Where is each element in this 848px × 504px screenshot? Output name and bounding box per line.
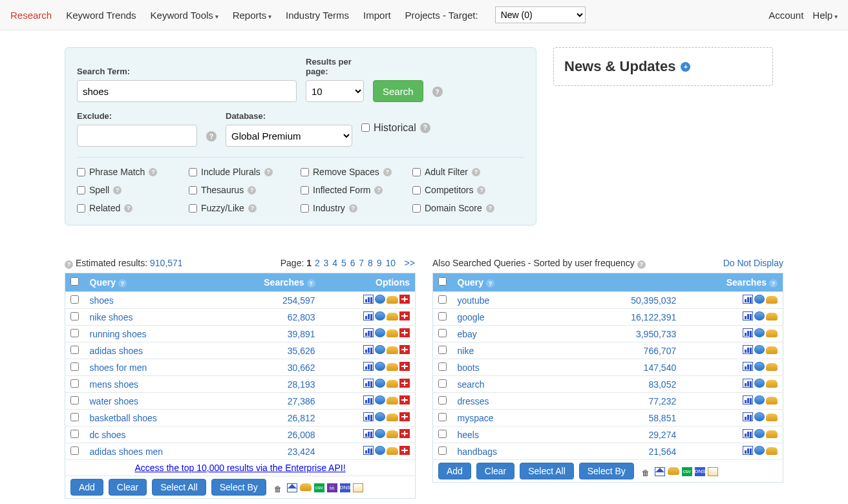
globe-icon[interactable] [754,328,765,337]
historical-help-icon[interactable]: ? [420,123,430,133]
nav-import[interactable]: Import [363,10,391,21]
help-icon[interactable]: ? [374,186,383,194]
select-by-button[interactable]: Select By [211,479,266,496]
exclude-help-icon[interactable]: ? [206,131,217,142]
add-button[interactable]: Add [438,463,471,479]
dns-icon[interactable] [340,483,350,492]
gold-icon[interactable] [766,447,778,455]
chk-thesaurus[interactable] [189,186,197,194]
nav-reports[interactable]: Reports [233,10,271,21]
exclude-input[interactable] [77,125,197,147]
chk-inflected-form[interactable] [301,186,309,194]
nav-research[interactable]: Research [10,10,52,21]
row-checkbox[interactable] [70,346,79,354]
chk-competitors[interactable] [412,186,421,194]
th-searches[interactable]: Searches? [561,273,783,292]
gold-icon[interactable] [300,483,312,491]
query-link[interactable]: water shoes [90,396,138,406]
expand-icon[interactable]: + [681,62,690,72]
add-icon[interactable] [399,379,410,388]
select-all-checkbox[interactable] [438,277,447,286]
nav-account[interactable]: Account [768,10,803,21]
globe-icon[interactable] [754,362,765,371]
help-icon[interactable]: ? [486,279,494,288]
th-query[interactable]: Query? [85,273,220,292]
row-checkbox[interactable] [70,295,79,304]
row-checkbox[interactable] [70,430,79,438]
help-icon[interactable]: ? [113,186,122,194]
chart-icon[interactable] [743,446,753,455]
globe-icon[interactable] [754,379,765,388]
gold-icon[interactable] [387,397,398,404]
nav-industry-terms[interactable]: Industry Terms [286,10,349,21]
chart-icon[interactable] [363,345,374,354]
chart-icon[interactable] [363,446,374,455]
query-link[interactable]: adidas shoes men [90,446,164,457]
gold-icon[interactable] [387,296,398,304]
page-link[interactable]: 7 [359,258,364,268]
globe-icon[interactable] [754,345,765,354]
query-link[interactable]: dresses [458,396,489,406]
help-icon[interactable]: ? [477,186,485,194]
add-icon[interactable] [399,412,410,421]
add-icon[interactable] [399,311,410,320]
csv-icon[interactable] [314,483,324,492]
chk-fuzzy-like[interactable] [189,204,197,213]
help-icon[interactable]: ? [118,279,127,288]
query-link[interactable]: dc shoes [90,430,126,440]
page-link[interactable]: 2 [315,258,320,268]
gold-icon[interactable] [387,380,398,388]
gold-icon[interactable] [387,414,398,421]
query-link[interactable]: adidas shoes [90,346,143,356]
gold-icon[interactable] [766,330,778,337]
globe-icon[interactable] [754,412,765,421]
th-searches[interactable]: Searches? [220,273,321,292]
row-checkbox[interactable] [438,413,447,421]
chart-icon[interactable] [743,295,753,304]
email-icon[interactable] [655,467,665,476]
row-checkbox[interactable] [70,312,79,320]
add-icon[interactable] [399,446,410,455]
gold-icon[interactable] [766,414,778,421]
help-icon[interactable]: ? [65,260,73,269]
chart-icon[interactable] [363,395,374,404]
row-checkbox[interactable] [70,396,79,404]
chart-icon[interactable] [743,345,753,354]
add-icon[interactable] [399,345,410,354]
page-link[interactable]: 5 [341,258,346,268]
chart-icon[interactable] [363,379,374,388]
query-link[interactable]: search [458,379,485,390]
globe-icon[interactable] [754,395,765,404]
chart-icon[interactable] [363,412,374,421]
chart-icon[interactable] [363,362,374,371]
query-link[interactable]: boots [458,362,480,373]
chk-related[interactable] [77,204,85,213]
chart-icon[interactable] [743,412,753,421]
card-icon[interactable] [708,467,718,476]
globe-icon[interactable] [754,295,765,304]
card-icon[interactable] [353,483,363,492]
help-icon[interactable]: ? [124,204,132,213]
query-link[interactable]: ebay [458,329,477,339]
query-link[interactable]: running shoes [90,329,147,339]
gold-icon[interactable] [668,467,679,475]
select-all-button[interactable]: Select All [520,463,574,479]
clear-button[interactable]: Clear [476,463,514,479]
gold-icon[interactable] [387,363,398,371]
query-link[interactable]: shoes for men [90,362,147,373]
gold-icon[interactable] [766,363,778,371]
row-checkbox[interactable] [438,312,447,320]
help-icon[interactable]: ? [248,204,257,213]
globe-icon[interactable] [375,345,385,354]
enterprise-api-link[interactable]: Access the top 10,000 results via the En… [134,463,345,473]
add-icon[interactable] [399,362,410,371]
search-help-icon[interactable]: ? [432,87,443,97]
globe-icon[interactable] [375,295,385,304]
chart-icon[interactable] [743,362,753,371]
help-icon[interactable]: ? [349,204,357,213]
search-button[interactable]: Search [373,80,423,102]
globe-icon[interactable] [754,429,765,438]
rpp-select[interactable]: 10 [306,80,364,102]
historical-checkbox[interactable] [361,123,370,132]
nav-keyword-tools[interactable]: Keyword Tools [151,10,218,21]
